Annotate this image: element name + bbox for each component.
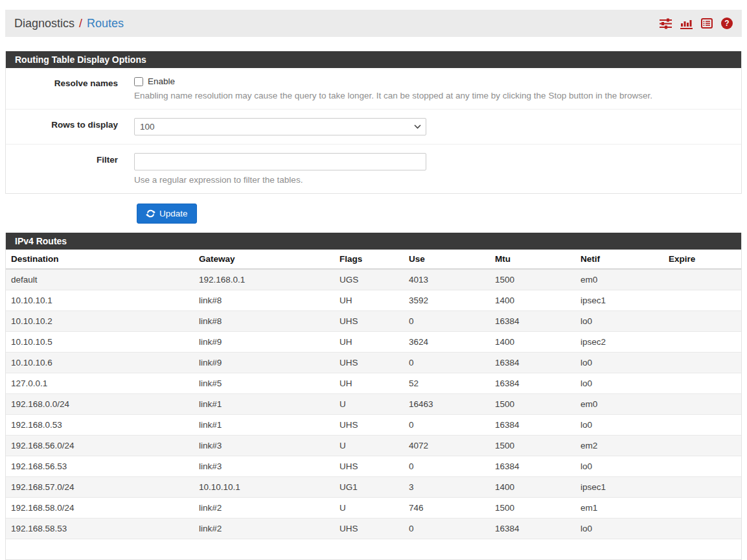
bar-chart-icon[interactable] [680,18,693,29]
resolve-names-checkbox[interactable] [134,77,143,86]
table-cell: UHS [334,353,404,373]
ipv4-routes-table: DestinationGatewayFlagsUseMtuNetifExpire… [6,250,741,559]
table-cell: em0 [575,394,663,415]
table-cell: link#2 [194,519,334,539]
column-header: Flags [334,250,404,269]
rows-to-display-row: Rows to display 100 [6,110,741,145]
update-button-label: Update [159,209,188,218]
table-cell: 746 [404,498,490,519]
table-row: 192.168.57.0/2410.10.10.1UG131400ipsec1 [6,477,741,498]
table-cell: 3 [404,477,490,498]
table-cell: 1500 [490,436,575,456]
refresh-icon [146,209,155,218]
filter-help: Use a regular expression to filter the t… [134,175,741,185]
table-cell: 16384 [490,373,575,394]
breadcrumb-bar: Diagnostics / Routes [5,10,742,37]
filter-row: Filter Use a regular expression to filte… [6,145,741,193]
table-cell: 192.168.57.0/24 [6,477,194,498]
table-cell: link#1 [194,394,334,415]
table-cell: lo0 [575,373,663,394]
table-cell: 10.10.10.1 [6,290,194,311]
table-cell [663,373,741,394]
table-cell: 0 [404,415,490,436]
page-container: Diagnostics / Routes [5,10,742,560]
table-cell: 0 [404,353,490,373]
table-cell: 1500 [490,498,575,519]
list-icon[interactable] [701,18,713,29]
column-header: Use [404,250,490,269]
table-cell: 10.10.10.5 [6,332,194,353]
breadcrumb-page-link[interactable]: Routes [87,17,124,30]
table-cell: UHS [334,415,404,436]
table-cell: 192.168.56.0/24 [6,436,194,456]
table-cell: link#5 [194,373,334,394]
table-cell: UHS [334,519,404,539]
table-cell [575,539,663,560]
resolve-names-help: Enabling name resolution may cause the q… [134,91,741,100]
table-cell: 0 [404,311,490,332]
table-cell: 10.10.10.6 [6,353,194,373]
table-cell: link#1 [194,415,334,436]
table-cell: lo0 [575,415,663,436]
column-header: Mtu [490,250,575,269]
table-row: 127.0.0.1link#5UH5216384lo0 [6,373,741,394]
table-cell: lo0 [575,311,663,332]
table-row: default192.168.0.1UGS40131500em0 [6,269,741,290]
table-cell [663,519,741,539]
table-cell: UG1 [334,477,404,498]
table-cell [663,415,741,436]
table-cell: 192.168.58.0/24 [6,498,194,519]
table-cell [663,353,741,373]
table-cell: lo0 [575,353,663,373]
table-cell: 16384 [490,353,575,373]
table-cell [663,436,741,456]
table-cell: 1400 [490,477,575,498]
table-cell: 192.168.0.53 [6,415,194,436]
table-cell: 192.168.0.1 [194,269,334,290]
table-cell [663,269,741,290]
table-cell: link#8 [194,311,334,332]
table-row-partial [6,539,741,560]
table-cell: 127.0.0.1 [6,373,194,394]
filter-input[interactable] [134,153,426,170]
table-cell: link#3 [194,436,334,456]
table-cell: 16384 [490,415,575,436]
table-cell: 16384 [490,456,575,477]
table-cell: 0 [404,519,490,539]
table-row: 10.10.10.6link#9UHS016384lo0 [6,353,741,373]
table-cell: 1500 [490,394,575,415]
table-cell [663,394,741,415]
table-row: 10.10.10.2link#8UHS016384lo0 [6,311,741,332]
sliders-icon[interactable] [660,18,672,29]
table-cell: 192.168.56.53 [6,456,194,477]
action-row: Update [137,204,742,224]
table-cell: ipsec1 [575,290,663,311]
ipv4-routes-panel: IPv4 Routes DestinationGatewayFlagsUseMt… [5,233,742,560]
filter-label: Filter [6,153,134,185]
table-cell: 10.10.10.2 [6,311,194,332]
table-cell [6,539,194,560]
resolve-names-enable[interactable]: Enable [134,76,741,86]
table-row: 10.10.10.5link#9UH36241400ipsec2 [6,332,741,353]
update-button[interactable]: Update [137,204,197,224]
table-cell: UH [334,332,404,353]
table-cell: 3592 [404,290,490,311]
column-header: Destination [6,250,194,269]
rows-to-display-select[interactable]: 100 [134,118,426,135]
table-cell: 16384 [490,519,575,539]
table-cell [334,539,404,560]
resolve-names-row: Resolve names Enable Enabling name resol… [6,68,741,110]
table-cell: em1 [575,498,663,519]
help-icon[interactable]: ? [721,18,733,29]
column-header: Netif [575,250,663,269]
table-cell: UH [334,373,404,394]
table-cell: UGS [334,269,404,290]
resolve-names-checkbox-label: Enable [148,76,175,86]
table-cell [490,539,575,560]
svg-text:?: ? [724,19,729,28]
table-cell [663,477,741,498]
table-cell: U [334,394,404,415]
table-cell: link#9 [194,332,334,353]
table-cell [404,539,490,560]
table-cell: 4072 [404,436,490,456]
